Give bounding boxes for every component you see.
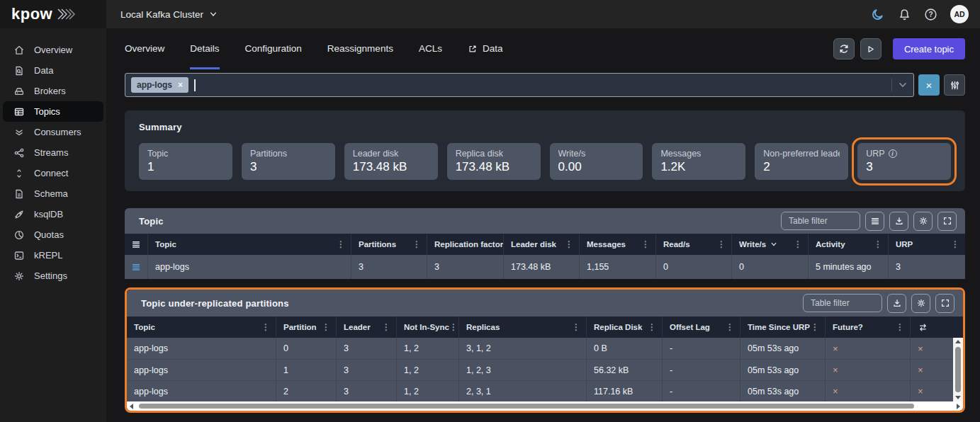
sidebar-item-schema[interactable]: Schema (3, 183, 103, 204)
horizontal-scrollbar[interactable] (127, 401, 963, 411)
play-button[interactable] (860, 38, 882, 59)
tab-reassignments[interactable]: Reassignments (327, 28, 393, 69)
table-filter-input[interactable] (781, 212, 860, 230)
tabs: Overview Details Configuration Reassignm… (125, 28, 502, 69)
column-header-replication-factor[interactable]: Replication factor⋮ (427, 234, 503, 255)
topic-table-header: Topic⋮ Partitions⋮ Replication factor⋮ L… (125, 234, 965, 255)
column-header-partition[interactable]: Partition⋮ (276, 316, 336, 338)
sidebar-item-settings[interactable]: Settings (3, 266, 103, 286)
sidebar-item-ksqldb[interactable]: ksqlDB (3, 204, 103, 224)
vertical-scrollbar[interactable] (953, 338, 963, 401)
scroll-up-arrow[interactable] (955, 340, 961, 343)
dark-mode-toggle[interactable] (871, 7, 885, 21)
column-kebab-icon[interactable]: ⋮ (811, 322, 819, 332)
info-icon[interactable]: i (889, 149, 897, 158)
column-kebab-icon[interactable]: ⋮ (261, 322, 270, 332)
column-kebab-icon[interactable]: ⋮ (951, 239, 959, 249)
sidebar-item-consumers[interactable]: Consumers (3, 122, 103, 142)
vertical-scroll-thumb[interactable] (955, 347, 961, 392)
row-menu-icon[interactable] (125, 255, 147, 279)
help-button[interactable]: ? (924, 8, 937, 21)
column-header-leader[interactable]: Leader⋮ (336, 316, 396, 338)
column-kebab-icon[interactable]: ⋮ (717, 239, 726, 249)
column-kebab-icon[interactable]: ⋮ (874, 239, 882, 249)
column-header-writes[interactable]: Write/s ⋮ (731, 234, 808, 255)
urp-table-row[interactable]: app-logs 2 3 1, 2 2, 3, 1 117.16 kB - 05… (127, 380, 963, 401)
column-kebab-icon[interactable]: ⋮ (794, 239, 802, 249)
tab-overview[interactable]: Overview (125, 28, 164, 69)
column-header-replicas[interactable]: Replicas⋮ (458, 316, 586, 338)
column-header-replica-disk[interactable]: Replica Disk⋮ (586, 316, 662, 338)
cell-offset-lag: - (662, 359, 740, 380)
column-header-activity[interactable]: Activity⋮ (808, 234, 888, 255)
row-menu-header[interactable] (125, 234, 147, 255)
sidebar-item-data[interactable]: Data (3, 60, 103, 81)
create-topic-button[interactable]: Create topic (893, 38, 965, 59)
chevron-down-icon[interactable] (898, 80, 908, 90)
column-kebab-icon[interactable]: ⋮ (337, 239, 345, 249)
filter-options-button[interactable] (944, 74, 965, 96)
column-kebab-icon[interactable]: ⋮ (648, 322, 656, 332)
tab-configuration[interactable]: Configuration (245, 28, 302, 69)
topic-table-row[interactable]: app-logs 3 3 173.48 kB 1,155 0 0 5 minut… (125, 255, 965, 279)
column-kebab-icon[interactable]: ⋮ (322, 322, 330, 332)
refresh-button[interactable] (833, 38, 855, 59)
logo[interactable]: kpow (0, 0, 106, 28)
scroll-right-arrow[interactable] (957, 404, 960, 409)
horizontal-scroll-thumb[interactable] (139, 404, 914, 409)
column-header-topic[interactable]: Topic⋮ (127, 316, 276, 338)
sidebar-item-krepl[interactable]: kREPL (3, 245, 103, 266)
column-header-not-in-sync[interactable]: Not In-Sync⋮ (396, 316, 458, 338)
settings-button[interactable] (911, 294, 930, 313)
cluster-selector[interactable]: Local Kafka Cluster (120, 9, 218, 20)
tab-data[interactable]: Data (468, 28, 503, 69)
column-kebab-icon[interactable]: ⋮ (641, 239, 650, 249)
download-button[interactable] (887, 294, 906, 313)
settings-button[interactable] (913, 212, 933, 231)
notifications-button[interactable] (898, 8, 911, 21)
column-kebab-icon[interactable]: ⋮ (572, 322, 580, 332)
column-header-topic[interactable]: Topic⋮ (147, 234, 351, 255)
tab-acls[interactable]: ACLs (419, 28, 442, 69)
urp-table-row[interactable]: app-logs 0 3 1, 2 3, 1, 2 0 B - 05m 53s … (127, 338, 963, 359)
summary-title: Summary (139, 122, 951, 132)
column-header-urp[interactable]: URP⋮ (888, 234, 965, 255)
column-kebab-icon[interactable]: ⋮ (412, 239, 421, 249)
sidebar-item-quotas[interactable]: Quotas (3, 224, 103, 245)
sidebar-item-connect[interactable]: Connect (3, 163, 103, 183)
topic-search-input[interactable]: app-logs × (125, 73, 914, 97)
cell-not-in-sync: 1, 2 (396, 359, 458, 380)
download-button[interactable] (889, 212, 908, 231)
column-kebab-icon[interactable]: ⋮ (896, 322, 904, 332)
column-header-messages[interactable]: Messages⋮ (579, 234, 655, 255)
fullscreen-button[interactable] (937, 212, 957, 231)
tab-details[interactable]: Details (190, 28, 219, 69)
tab-label: Reassignments (327, 43, 393, 54)
column-header-offset-lag[interactable]: Offset Lag⋮ (662, 316, 740, 338)
fullscreen-button[interactable] (935, 294, 954, 313)
sidebar-item-topics[interactable]: Topics (3, 101, 103, 122)
urp-table-row[interactable]: app-logs 1 3 1, 2 1, 2, 3 56.32 kB - 05m… (127, 359, 963, 380)
filter-chip[interactable]: app-logs × (131, 77, 188, 93)
column-header-reassign[interactable] (910, 316, 963, 338)
sidebar-item-brokers[interactable]: Brokers (3, 81, 103, 101)
column-header-partitions[interactable]: Partitions⋮ (351, 234, 427, 255)
cell-topic[interactable]: app-logs (147, 255, 351, 279)
column-kebab-icon[interactable]: ⋮ (449, 322, 458, 332)
sidebar-item-streams[interactable]: Streams (3, 142, 103, 163)
column-kebab-icon[interactable]: ⋮ (382, 322, 390, 332)
column-kebab-icon[interactable]: ⋮ (565, 239, 573, 249)
user-avatar[interactable]: AD (950, 5, 969, 23)
chip-remove-icon[interactable]: × (178, 80, 183, 90)
scroll-left-arrow[interactable] (130, 404, 133, 409)
table-filter-input[interactable] (803, 294, 882, 312)
column-header-time-since-urp[interactable]: Time Since URP⋮ (740, 316, 825, 338)
scroll-down-arrow[interactable] (955, 396, 961, 399)
column-header-leader-disk[interactable]: Leader disk⋮ (503, 234, 579, 255)
column-menu-button[interactable] (865, 212, 884, 231)
column-header-reads[interactable]: Read/s⋮ (655, 234, 731, 255)
clear-filter-button[interactable]: × (918, 74, 940, 96)
column-header-future[interactable]: Future?⋮ (825, 316, 910, 338)
sidebar-item-overview[interactable]: Overview (3, 40, 103, 60)
column-kebab-icon[interactable]: ⋮ (726, 322, 734, 332)
